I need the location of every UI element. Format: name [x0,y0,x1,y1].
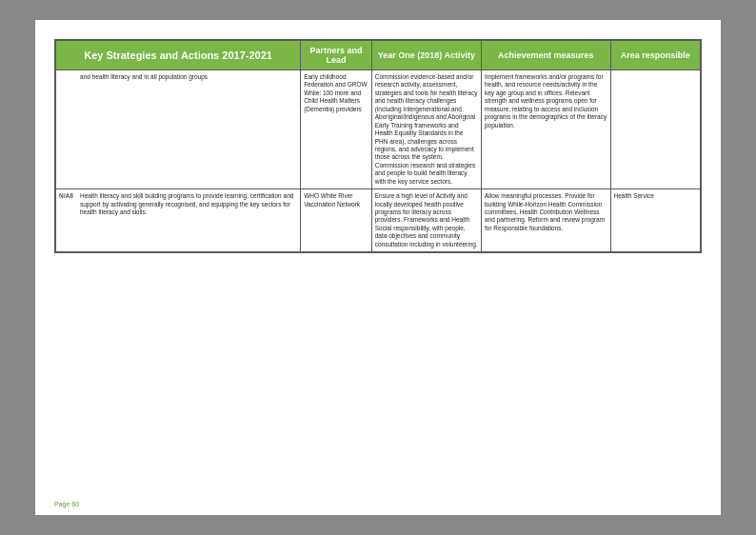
page-footer: Page 60 [54,501,79,507]
row-num-2: N/A8 [59,192,76,216]
header-yearone: Year One (2018) Activity [371,40,481,70]
strategy-text-2: Health literacy and skill building progr… [80,192,297,216]
header-partners: Partners and Lead [301,40,372,70]
strategy-cell-2: N/A8 Health literacy and skill building … [55,189,301,253]
partners-cell-1: Early childhood Federation and GROW Whil… [301,70,372,189]
page-container: Key Strategies and Actions 2017-2021 Par… [35,20,721,515]
yearone-cell-2: Ensure a high level of Activity and loca… [371,189,481,253]
row-num-1 [59,73,76,81]
header-area: Area responsible [610,40,701,70]
main-table: Key Strategies and Actions 2017-2021 Par… [54,39,702,253]
partners-cell-2: WHO White River Vaccination Network [301,189,372,253]
achievement-cell-1: Implement frameworks and/or programs for… [481,70,610,189]
header-strategies: Key Strategies and Actions 2017-2021 [55,40,301,70]
yearone-cell-1: Commission evidence-based and/or researc… [371,70,481,189]
table-row: N/A8 Health literacy and skill building … [55,189,701,253]
achievement-cell-2: Allow meaningful processes. Provide for … [481,189,610,253]
strategy-cell-1: and health literacy and in all populatio… [55,70,301,189]
area-cell-1 [610,70,701,189]
area-cell-2: Health Service [610,189,701,253]
strategy-text-1: and health literacy and in all populatio… [80,73,297,81]
table-row: and health literacy and in all populatio… [55,70,701,189]
header-achievement: Achievement measures [481,40,610,70]
